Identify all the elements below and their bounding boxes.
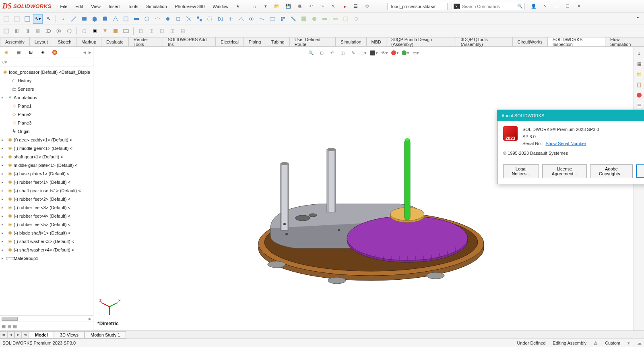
- tab-evaluate[interactable]: Evaluate: [101, 37, 129, 46]
- tab-simulation[interactable]: Simulation: [335, 37, 366, 46]
- tree-item[interactable]: ▸◉(f) gear- caddy<1> (Default) <: [0, 135, 93, 144]
- expand-icon[interactable]: ▸: [2, 214, 6, 218]
- redo-icon[interactable]: ↷: [318, 2, 326, 10]
- tab-tubing[interactable]: Tubing: [266, 37, 289, 46]
- taskpane-explorer-icon[interactable]: 📋: [635, 81, 643, 89]
- tree-item[interactable]: ▸◉(-) rubber feet<3> (Default) <: [0, 203, 93, 212]
- new-doc-icon[interactable]: ▾: [262, 2, 270, 10]
- tool-btn[interactable]: [289, 14, 298, 24]
- tool-btn[interactable]: [278, 14, 288, 24]
- panel-nav-right[interactable]: ▶: [89, 50, 91, 54]
- feature-tree-tab-icon[interactable]: ◉: [2, 48, 11, 57]
- tool-btn[interactable]: [226, 14, 235, 24]
- tab-piping[interactable]: Piping: [244, 37, 266, 46]
- taskpane-resources-icon[interactable]: ▦: [635, 60, 643, 68]
- dimxpert-tab-icon[interactable]: ◈: [38, 48, 47, 57]
- rebuild-icon[interactable]: ●: [341, 2, 349, 10]
- edge-tool[interactable]: [111, 14, 120, 24]
- taskpane-appearance-icon[interactable]: [635, 91, 643, 99]
- property-tab-icon[interactable]: ▤: [14, 48, 23, 57]
- home-icon[interactable]: ⌂: [250, 2, 258, 10]
- tree-item[interactable]: 🗀Sensors: [0, 85, 93, 93]
- tool-btn[interactable]: [257, 14, 267, 24]
- tool-btn[interactable]: [330, 14, 340, 24]
- panel-icon[interactable]: ▦: [7, 324, 11, 329]
- undo-icon[interactable]: ↶: [307, 2, 315, 10]
- rect-tool[interactable]: [79, 14, 89, 24]
- expand-icon[interactable]: ▸: [2, 239, 6, 243]
- tab-flow-sim[interactable]: Flow Simulation: [605, 37, 644, 46]
- tab-mbd[interactable]: MBD: [366, 37, 386, 46]
- tool-btn[interactable]: [320, 14, 330, 24]
- expand-icon[interactable]: ▸: [2, 197, 6, 201]
- taskpane-library-icon[interactable]: 📁: [635, 70, 643, 78]
- filter-icon[interactable]: ▽▾: [2, 60, 7, 65]
- tool-btn[interactable]: ↖: [43, 14, 53, 24]
- expand-icon[interactable]: ▸: [2, 138, 6, 142]
- hide-show-icon[interactable]: 👁▾: [380, 48, 389, 57]
- menu-tools[interactable]: Tools: [124, 2, 141, 10]
- config-tab-icon[interactable]: ⊞: [26, 48, 35, 57]
- tool-btn[interactable]: [184, 14, 194, 24]
- tab-assembly[interactable]: Assembly: [0, 37, 30, 46]
- save-icon[interactable]: 💾: [284, 2, 292, 10]
- tool-btn[interactable]: [2, 26, 11, 36]
- tool-btn[interactable]: [132, 14, 141, 24]
- tree-item[interactable]: ◇Plane2: [0, 110, 93, 118]
- collapse-ribbon-icon[interactable]: ⌃: [633, 14, 642, 24]
- status-dropdown-icon[interactable]: ▾: [627, 341, 630, 346]
- tool-btn[interactable]: [163, 14, 173, 24]
- cylinder-tool[interactable]: [100, 14, 110, 24]
- expand-icon[interactable]: ▸: [2, 146, 6, 150]
- tool-btn[interactable]: [111, 26, 120, 36]
- tree-item[interactable]: ▸◉(-) rubber feet<5> (Default) <: [0, 220, 93, 229]
- tree-item[interactable]: 🗀History: [0, 76, 93, 85]
- open-icon[interactable]: 📂: [273, 2, 281, 10]
- tab-layout[interactable]: Layout: [29, 37, 53, 46]
- expand-icon[interactable]: ▸: [2, 155, 6, 159]
- expand-icon[interactable]: ▸: [2, 189, 6, 193]
- close-dialog-button[interactable]: Close: [636, 164, 644, 178]
- tab-3dqp-punch[interactable]: 3DQP Punch Design (Assembly): [386, 37, 456, 46]
- tool-btn[interactable]: [43, 26, 53, 36]
- zoom-area-icon[interactable]: ⊡: [317, 48, 326, 57]
- help-icon[interactable]: ?: [541, 2, 549, 10]
- taskpane-custom-icon[interactable]: ☰: [635, 102, 643, 110]
- expand-icon[interactable]: ▸: [2, 163, 6, 167]
- section-view-icon[interactable]: ◫: [338, 48, 347, 57]
- view-orient-icon[interactable]: ⬚▾: [359, 48, 368, 57]
- tool-btn[interactable]: [310, 14, 319, 24]
- panel-nav-left[interactable]: ◀: [83, 50, 86, 54]
- status-cloud-icon[interactable]: ☁: [637, 341, 642, 346]
- dim-tool[interactable]: D1: [215, 14, 225, 24]
- cursor-tool[interactable]: ↖▾: [33, 14, 43, 24]
- tab-nav-last[interactable]: ⏭: [22, 331, 29, 339]
- expand-icon[interactable]: ▸: [2, 248, 6, 252]
- point-tool[interactable]: •: [58, 14, 68, 24]
- tree-item[interactable]: ◇Plane3: [0, 118, 93, 127]
- tool-btn[interactable]: [194, 14, 204, 24]
- search-commands[interactable]: >_ 🔍: [452, 3, 525, 10]
- user-icon[interactable]: 👤: [530, 2, 538, 10]
- tree-item[interactable]: ▸◉(-) base plate<1> (Default) <: [0, 169, 93, 178]
- tree-item[interactable]: ▸◉(-) blade shaft<1> (Default) <: [0, 229, 93, 237]
- dialog-titlebar[interactable]: About SOLIDWORKS ✕: [497, 110, 644, 121]
- tool-btn[interactable]: [236, 14, 246, 24]
- print-icon[interactable]: 🖶: [295, 2, 303, 10]
- legal-notices-button[interactable]: Legal Notices...: [503, 164, 539, 178]
- bottom-tab-model[interactable]: Model: [29, 331, 54, 339]
- adobe-copyrights-button[interactable]: Adobe Copyrights...: [590, 164, 633, 178]
- show-serial-link[interactable]: Show Serial Number: [545, 141, 586, 146]
- tool-btn[interactable]: [54, 26, 64, 36]
- tab-inspection[interactable]: SOLIDWORKS Inspection: [547, 37, 605, 46]
- tree-root[interactable]: ◉ food_processor (Default) <Default_Disp…: [0, 68, 93, 76]
- menu-photoview[interactable]: PhotoView 360: [172, 2, 208, 10]
- tab-user-route[interactable]: User Defined Route: [289, 37, 336, 46]
- menu-simulation[interactable]: Simulation: [143, 2, 170, 10]
- tool-btn[interactable]: [341, 14, 351, 24]
- box-tool[interactable]: [90, 14, 99, 24]
- display-tab-icon[interactable]: [50, 48, 60, 57]
- menu-insert[interactable]: Insert: [105, 2, 123, 10]
- tab-markup[interactable]: Markup: [76, 37, 101, 46]
- tool-btn[interactable]: [173, 14, 183, 24]
